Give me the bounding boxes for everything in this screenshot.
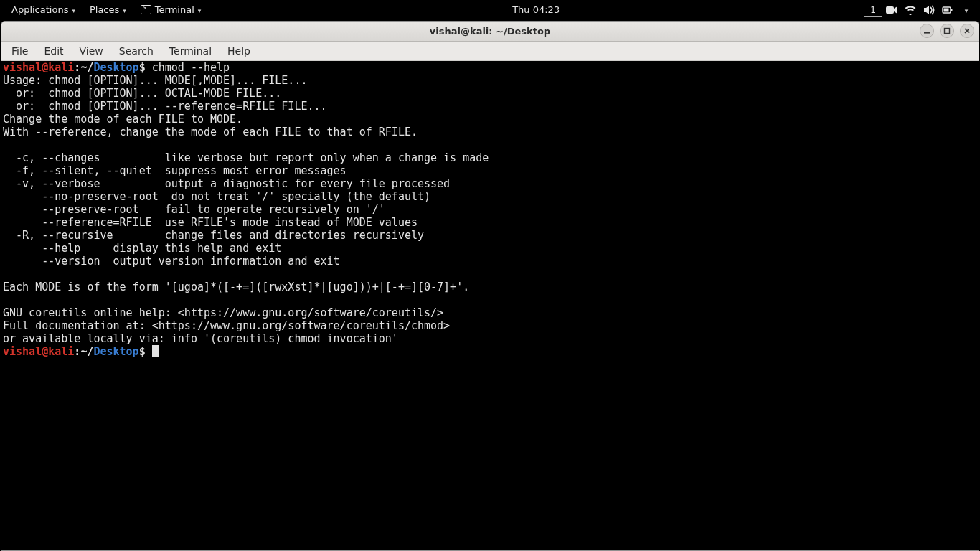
menu-help[interactable]: Help [220,43,258,59]
svg-rect-2 [951,9,953,11]
window-menubar: File Edit View Search Terminal Help [1,42,979,61]
menu-file[interactable]: File [4,43,35,59]
workspace-indicator[interactable]: 1 [864,0,882,19]
terminal-window: vishal@kali: ~/Desktop File Edit View Se… [1,21,979,551]
menu-edit[interactable]: Edit [37,43,70,59]
terminal-body[interactable]: vishal@kali:~/Desktop$ chmod --help Usag… [1,61,979,550]
menu-view[interactable]: View [72,43,110,59]
chevron-down-icon: ▾ [72,7,75,14]
active-app-label: Terminal [155,4,194,15]
menu-terminal[interactable]: Terminal [162,43,219,59]
window-title: vishal@kali: ~/Desktop [1,26,979,37]
volume-icon[interactable] [920,0,938,19]
window-titlebar[interactable]: vishal@kali: ~/Desktop [1,22,979,42]
applications-menu[interactable]: Applications ▾ [4,0,83,19]
maximize-button[interactable] [940,24,954,38]
window-controls [920,24,974,38]
chevron-down-icon: ▾ [123,7,126,14]
battery-icon[interactable] [938,0,957,19]
applications-label: Applications [11,4,68,15]
topbar-clock[interactable]: Thu 04:23 [208,4,864,15]
workspace-number: 1 [864,4,882,17]
close-button[interactable] [960,24,974,38]
svg-rect-4 [924,32,930,34]
chevron-down-icon: ▾ [965,7,969,14]
power-menu[interactable]: ▾ [957,0,976,19]
svg-rect-5 [945,29,950,34]
clock-text: Thu 04:23 [512,4,560,15]
minimize-button[interactable] [920,24,934,38]
gnome-topbar: Applications ▾ Places ▾ Terminal ▾ Thu 0… [0,0,980,19]
wifi-icon[interactable] [901,0,920,19]
topbar-right: 1 ▾ [864,0,976,19]
svg-rect-0 [886,6,894,14]
menu-search[interactable]: Search [112,43,161,59]
active-app-indicator[interactable]: Terminal ▾ [133,0,208,19]
recording-icon[interactable] [882,0,901,19]
svg-rect-3 [944,8,949,11]
places-menu[interactable]: Places ▾ [83,0,133,19]
topbar-left: Applications ▾ Places ▾ Terminal ▾ [4,0,208,19]
chevron-down-icon: ▾ [198,7,202,14]
places-label: Places [90,4,119,15]
terminal-icon [141,5,151,14]
